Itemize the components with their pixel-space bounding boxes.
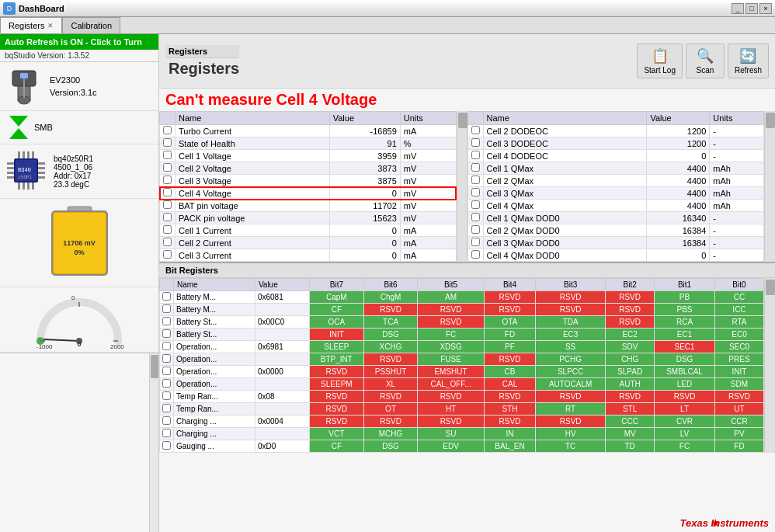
bit-row-checkbox[interactable] xyxy=(160,416,174,428)
row-checkbox[interactable] xyxy=(467,187,483,200)
bit-cell: RSVD xyxy=(606,391,655,403)
row-checkbox[interactable] xyxy=(467,125,483,137)
bit-cell: IN xyxy=(484,428,535,440)
reg-units: - xyxy=(710,125,764,137)
bit-row-checkbox[interactable] xyxy=(160,391,174,403)
bit-row-checkbox[interactable] xyxy=(160,353,174,366)
row-checkbox[interactable] xyxy=(160,137,176,150)
bit-cell: TDA xyxy=(536,316,606,329)
bit-cell: SEC1 xyxy=(655,341,715,353)
close-button[interactable]: × xyxy=(759,3,772,14)
row-checkbox[interactable] xyxy=(160,200,176,212)
ti-star-icon: ★ xyxy=(711,516,721,529)
bit-row-checkbox[interactable] xyxy=(160,304,174,316)
bit-cell: RSVD xyxy=(418,391,485,403)
row-checkbox[interactable] xyxy=(160,125,176,137)
refresh-button[interactable]: 🔄 Refresh xyxy=(728,43,769,78)
scroll-divider-left xyxy=(457,111,467,262)
col-name-right: Name xyxy=(483,112,647,125)
bit-cell: RTA xyxy=(714,316,763,329)
bit-row-checkbox[interactable] xyxy=(160,329,174,341)
table-row: Cell 3 QMax 4400 mAh xyxy=(467,187,764,200)
bit-cell: CapM xyxy=(309,291,363,304)
scan-button[interactable]: 🔍 Scan xyxy=(686,43,725,78)
bit-row-checkbox[interactable] xyxy=(160,440,174,453)
start-log-button[interactable]: 📋 Start Log xyxy=(637,43,683,78)
svg-rect-16 xyxy=(23,151,25,158)
reg-value: -16859 xyxy=(329,125,400,137)
table-row: Cell 3 Voltage 3875 mV xyxy=(160,175,457,187)
row-checkbox[interactable] xyxy=(160,175,176,187)
bit-row-checkbox[interactable] xyxy=(160,316,174,329)
row-checkbox[interactable] xyxy=(467,249,483,262)
bit-row-name: Temp Ran... xyxy=(174,403,255,416)
col-units-right: Units xyxy=(710,112,764,125)
bit-row-value xyxy=(255,378,309,391)
bit-row-checkbox[interactable] xyxy=(160,428,174,440)
row-checkbox[interactable] xyxy=(467,162,483,175)
row-checkbox[interactable] xyxy=(467,175,483,187)
reg-name: Cell 4 QMax xyxy=(483,200,647,212)
bit-row-checkbox[interactable] xyxy=(160,403,174,416)
row-checkbox[interactable] xyxy=(467,237,483,249)
bit-cell: CF xyxy=(309,304,363,316)
row-checkbox[interactable] xyxy=(160,237,176,249)
tab-registers[interactable]: Registers ✕ xyxy=(0,17,62,33)
reg-units: - xyxy=(710,249,764,262)
bit-cell: STH xyxy=(484,403,535,416)
list-item: Battery St... INITDSGFCFDEC3EC2EC1EC0 xyxy=(160,329,764,341)
row-checkbox[interactable] xyxy=(160,150,176,162)
row-checkbox[interactable] xyxy=(160,224,176,237)
bit-cell: PV xyxy=(714,428,763,440)
table-row: PACK pin voltage 15623 mV xyxy=(160,212,457,224)
bit-cell: RSVD xyxy=(363,391,417,403)
bit-row-checkbox[interactable] xyxy=(160,366,174,378)
reg-name: BAT pin voltage xyxy=(176,200,330,212)
bit-cell: MCHG xyxy=(363,428,417,440)
refresh-icon: 🔄 xyxy=(739,47,756,64)
reg-units: mA xyxy=(400,224,456,237)
bit-cell: RSVD xyxy=(484,416,535,428)
bit-row-value: 0x0000 xyxy=(255,366,309,378)
auto-refresh-toggle[interactable]: Auto Refresh is ON - Click to Turn xyxy=(0,34,158,50)
row-checkbox[interactable] xyxy=(467,137,483,150)
bit-cell: PBS xyxy=(655,304,715,316)
bit-cell: CHG xyxy=(606,353,655,366)
bit-row-checkbox[interactable] xyxy=(160,341,174,353)
row-checkbox[interactable] xyxy=(160,249,176,262)
bit-row-name: Operation... xyxy=(174,378,255,391)
bit-cell: BAL_EN xyxy=(484,440,535,453)
bit-row-value xyxy=(255,428,309,440)
reg-name: State of Health xyxy=(176,137,330,150)
bit-row-checkbox[interactable] xyxy=(160,378,174,391)
page-title: Registers xyxy=(165,60,239,78)
reg-value: 4400 xyxy=(647,175,710,187)
reg-value: 16384 xyxy=(647,224,710,237)
table-row: Cell 2 Voltage 3873 mV xyxy=(160,162,457,175)
bit-cell: RSVD xyxy=(536,391,606,403)
bit-cell: DSG xyxy=(363,440,417,453)
row-checkbox[interactable] xyxy=(467,212,483,224)
bit-cell: RSVD xyxy=(484,291,535,304)
minimize-button[interactable]: _ xyxy=(732,3,744,14)
device-info: EV2300 Version:3.1c xyxy=(50,74,97,99)
row-checkbox[interactable] xyxy=(467,224,483,237)
tab-registers-close[interactable]: ✕ xyxy=(47,22,54,30)
reg-name: Turbo Current xyxy=(176,125,330,137)
smb-label: SMB xyxy=(34,123,53,132)
row-checkbox[interactable] xyxy=(467,200,483,212)
reg-units: mAh xyxy=(710,175,764,187)
bit-cell: RSVD xyxy=(536,304,606,316)
maximize-button[interactable]: □ xyxy=(745,3,758,14)
bit-cell: XL xyxy=(363,378,417,391)
row-checkbox[interactable] xyxy=(160,212,176,224)
reg-value: 3959 xyxy=(329,150,400,162)
bit-cell: ChgM xyxy=(363,291,417,304)
bit-cell: LV xyxy=(655,428,715,440)
row-checkbox[interactable] xyxy=(160,162,176,175)
tab-calibration[interactable]: Calibration xyxy=(62,17,120,33)
row-checkbox[interactable] xyxy=(467,150,483,162)
reg-units: mA xyxy=(400,237,456,249)
bit-row-checkbox[interactable] xyxy=(160,291,174,304)
row-checkbox[interactable] xyxy=(160,187,176,200)
